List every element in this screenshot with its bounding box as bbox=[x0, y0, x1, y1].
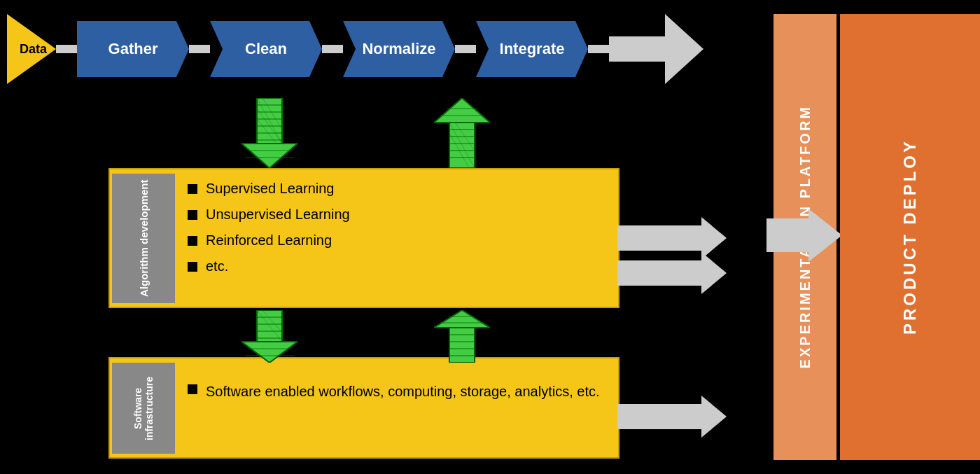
algorithm-item-1: Supervised Learning bbox=[188, 181, 350, 197]
software-to-exp-arrow bbox=[617, 396, 727, 438]
connector-1 bbox=[56, 45, 77, 53]
pipe-step-clean: Clean bbox=[210, 21, 322, 77]
connector-3 bbox=[322, 45, 343, 53]
pipe-step-gather: Gather bbox=[77, 21, 189, 77]
product-deploy-label: PRODUCT DEPLOY bbox=[900, 139, 920, 335]
green-arrow-down-2 bbox=[241, 310, 298, 363]
algorithm-list: Supervised Learning Unsupervised Learnin… bbox=[188, 181, 350, 284]
exp-to-product-arrow bbox=[766, 209, 842, 262]
algorithm-item-4: etc. bbox=[188, 258, 350, 274]
pipe-step-normalize: Normalize bbox=[343, 21, 455, 77]
software-item-1: Software enabled workflows, computing, s… bbox=[188, 382, 600, 401]
svg-marker-36 bbox=[434, 310, 490, 328]
green-arrow-down-1 bbox=[241, 98, 298, 168]
data-triangle: Data bbox=[7, 14, 56, 84]
connector-4 bbox=[455, 45, 476, 53]
data-label: Data bbox=[14, 42, 52, 57]
algorithm-label: Algorithm development bbox=[112, 174, 175, 303]
software-label: Software infrastructure bbox=[112, 363, 175, 454]
diagram: Data Gather Clean Normalize bbox=[0, 0, 980, 474]
algorithm-item-2: Unsupervised Learning bbox=[188, 207, 350, 223]
green-arrow-up-1 bbox=[434, 98, 490, 168]
pipe-step-integrate: Integrate bbox=[476, 21, 588, 77]
algo-to-exp-arrow-2 bbox=[617, 252, 727, 294]
connector-5 bbox=[588, 45, 609, 53]
svg-marker-33 bbox=[241, 342, 298, 363]
svg-marker-14 bbox=[434, 98, 490, 123]
svg-rect-39 bbox=[449, 328, 475, 363]
software-list: Software enabled workflows, computing, s… bbox=[188, 382, 600, 411]
connector-2 bbox=[189, 45, 210, 53]
product-deploy: PRODUCT DEPLOY bbox=[840, 14, 980, 460]
algorithm-box bbox=[108, 168, 620, 308]
green-arrow-up-2 bbox=[434, 310, 490, 363]
pipeline-output-arrow bbox=[609, 14, 704, 84]
pipeline-row: Data Gather Clean Normalize bbox=[7, 14, 704, 84]
algorithm-item-3: Reinforced Learning bbox=[188, 232, 350, 249]
svg-marker-11 bbox=[241, 144, 298, 168]
